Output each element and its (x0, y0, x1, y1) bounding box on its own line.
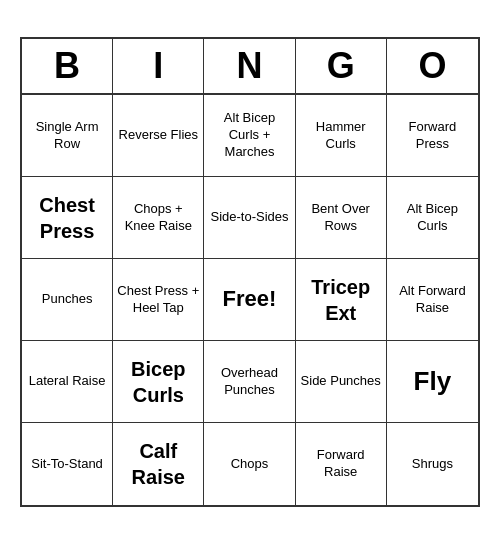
cell-text-24: Shrugs (412, 456, 453, 473)
cell-text-14: Alt Forward Raise (391, 283, 474, 317)
bingo-cell-22: Chops (204, 423, 295, 505)
bingo-cell-16: Bicep Curls (113, 341, 204, 423)
bingo-cell-5: Chest Press (22, 177, 113, 259)
bingo-cell-4: Forward Press (387, 95, 478, 177)
bingo-cell-20: Sit-To-Stand (22, 423, 113, 505)
header-letter-b: B (22, 39, 113, 93)
bingo-cell-0: Single Arm Row (22, 95, 113, 177)
header-letter-g: G (296, 39, 387, 93)
bingo-cell-18: Side Punches (296, 341, 387, 423)
header-letter-i: I (113, 39, 204, 93)
header-letter-o: O (387, 39, 478, 93)
bingo-cell-6: Chops + Knee Raise (113, 177, 204, 259)
cell-text-17: Overhead Punches (208, 365, 290, 399)
cell-text-2: Alt Bicep Curls + Marches (208, 110, 290, 161)
bingo-cell-17: Overhead Punches (204, 341, 295, 423)
bingo-cell-7: Side-to-Sides (204, 177, 295, 259)
bingo-cell-23: Forward Raise (296, 423, 387, 505)
cell-text-13: Tricep Ext (300, 274, 382, 326)
cell-text-20: Sit-To-Stand (31, 456, 103, 473)
bingo-cell-1: Reverse Flies (113, 95, 204, 177)
cell-text-3: Hammer Curls (300, 119, 382, 153)
bingo-cell-12: Free! (204, 259, 295, 341)
cell-text-19: Fly (414, 365, 452, 399)
bingo-cell-15: Lateral Raise (22, 341, 113, 423)
bingo-cell-21: Calf Raise (113, 423, 204, 505)
cell-text-15: Lateral Raise (29, 373, 106, 390)
cell-text-23: Forward Raise (300, 447, 382, 481)
cell-text-11: Chest Press + Heel Tap (117, 283, 199, 317)
cell-text-9: Alt Bicep Curls (391, 201, 474, 235)
bingo-cell-10: Punches (22, 259, 113, 341)
bingo-cell-24: Shrugs (387, 423, 478, 505)
cell-text-10: Punches (42, 291, 93, 308)
cell-text-16: Bicep Curls (117, 356, 199, 408)
bingo-header: BINGO (22, 39, 478, 95)
cell-text-5: Chest Press (26, 192, 108, 244)
bingo-cell-11: Chest Press + Heel Tap (113, 259, 204, 341)
cell-text-21: Calf Raise (117, 438, 199, 490)
header-letter-n: N (204, 39, 295, 93)
cell-text-8: Bent Over Rows (300, 201, 382, 235)
bingo-card: BINGO Single Arm RowReverse FliesAlt Bic… (20, 37, 480, 507)
cell-text-6: Chops + Knee Raise (117, 201, 199, 235)
bingo-cell-9: Alt Bicep Curls (387, 177, 478, 259)
cell-text-18: Side Punches (301, 373, 381, 390)
cell-text-12: Free! (223, 285, 277, 314)
bingo-cell-19: Fly (387, 341, 478, 423)
bingo-cell-2: Alt Bicep Curls + Marches (204, 95, 295, 177)
bingo-cell-13: Tricep Ext (296, 259, 387, 341)
cell-text-1: Reverse Flies (119, 127, 198, 144)
cell-text-22: Chops (231, 456, 269, 473)
bingo-grid: Single Arm RowReverse FliesAlt Bicep Cur… (22, 95, 478, 505)
bingo-cell-8: Bent Over Rows (296, 177, 387, 259)
cell-text-4: Forward Press (391, 119, 474, 153)
cell-text-7: Side-to-Sides (210, 209, 288, 226)
bingo-cell-3: Hammer Curls (296, 95, 387, 177)
cell-text-0: Single Arm Row (26, 119, 108, 153)
bingo-cell-14: Alt Forward Raise (387, 259, 478, 341)
